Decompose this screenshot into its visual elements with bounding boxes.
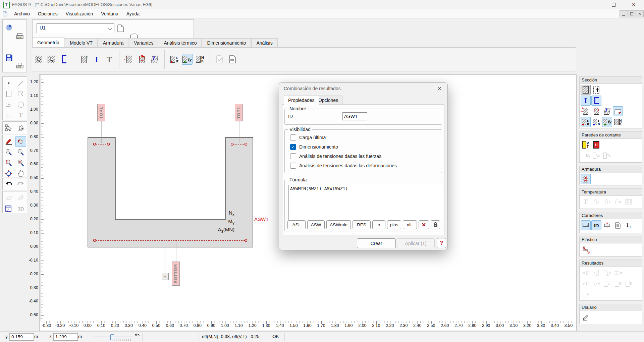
sidebar-load-point-icon[interactable]: ↓← <box>581 106 591 116</box>
section-centroid-icon[interactable]: + <box>137 54 147 65</box>
menu-visualizacion[interactable]: Visualización <box>62 9 97 18</box>
plane-section-icon[interactable] <box>15 192 26 203</box>
temp-section-icon[interactable]: T <box>581 197 591 207</box>
dimension-tool-icon[interactable] <box>3 110 14 121</box>
menu-opciones[interactable]: Opciones <box>34 9 62 18</box>
panel-seccion-header[interactable]: Sección <box>579 76 642 84</box>
shear-vz-icon[interactable]: Vz <box>591 151 601 161</box>
result-combination-tag[interactable]: ASW1 <box>254 216 269 222</box>
shear-wall-vt-icon[interactable]: VT <box>581 140 591 150</box>
undo-icon[interactable] <box>3 179 14 190</box>
checkbox-tensiones-deformaciones[interactable] <box>290 163 296 169</box>
project-3d-icon[interactable] <box>5 24 13 33</box>
user-pencil-icon[interactable] <box>581 312 591 322</box>
res-vt-icon[interactable]: VT <box>581 279 591 289</box>
menu-ayuda[interactable]: Ayuda <box>122 9 144 18</box>
tab-armadura[interactable]: Armadura <box>98 38 128 47</box>
y-coord-value[interactable]: 0.159 <box>9 333 34 341</box>
tab-analisis[interactable]: Análisis <box>251 38 277 47</box>
sidebar-strain-stress-icon[interactable]: εσ <box>581 117 591 127</box>
zoom-extents-icon[interactable] <box>3 168 14 179</box>
shear-wall-label-top2[interactable]: TOP2 <box>235 104 243 121</box>
nk-interaction-icon[interactable]: NK <box>195 54 205 65</box>
formula-input[interactable]: ASWMIN(SWZ1):ASW(SWZ1) <box>288 185 443 220</box>
res-delta1-icon[interactable]: δ <box>613 279 623 289</box>
report-icon[interactable] <box>227 54 238 65</box>
sidebar-nk-icon[interactable]: NK <box>613 117 623 127</box>
res-button[interactable]: RES <box>353 220 370 229</box>
panel-resultados-header[interactable]: Resultados <box>579 260 642 267</box>
line-tool-icon[interactable] <box>15 78 26 89</box>
crear-button[interactable]: Crear <box>357 238 396 248</box>
section-load-point-icon[interactable]: ↓← <box>124 54 135 65</box>
res-delta-curve-icon[interactable]: δ <box>602 268 612 278</box>
zoom-object-icon[interactable] <box>15 158 26 168</box>
o-button[interactable]: o <box>372 220 386 229</box>
print-page-icon[interactable] <box>15 62 24 71</box>
temp-sigma-icon[interactable]: σ <box>613 197 623 207</box>
validate-doc-icon[interactable] <box>214 54 225 65</box>
panel-usuario-header[interactable]: Usuario <box>579 304 642 311</box>
vertex-select-icon[interactable] <box>3 123 14 133</box>
zoom-in-icon[interactable]: + <box>3 147 14 158</box>
char-report-icon[interactable] <box>613 220 623 230</box>
section-partial-icon[interactable] <box>591 85 601 95</box>
zoom-window-icon[interactable] <box>3 158 14 168</box>
shear-wall-u-icon[interactable]: U <box>591 140 601 150</box>
option-tensiones-fuerzas[interactable]: Análisis de tensiones dadas las fuerzas <box>290 153 381 159</box>
section-dimension-icon[interactable]: ↕ <box>78 54 89 65</box>
skew-section-icon[interactable]: I <box>149 54 160 65</box>
elastic-s-icon[interactable]: S <box>581 244 591 254</box>
option-tensiones-deformaciones[interactable]: Análisis de tensiones dadas las deformac… <box>290 163 397 169</box>
polyline-tool-icon[interactable] <box>3 99 14 110</box>
plane-view-icon[interactable] <box>3 192 14 203</box>
edit-pencil-icon[interactable] <box>3 136 14 147</box>
shear-vy-icon[interactable]: Vy <box>581 151 591 161</box>
channel-section-icon[interactable] <box>59 54 69 65</box>
close-button[interactable]: ✕ <box>626 0 641 9</box>
z-coord-value[interactable]: 1.239 <box>53 333 78 341</box>
menu-ventana[interactable]: Ventana <box>97 9 122 18</box>
mdi-minimize-button[interactable]: ▁ <box>620 10 628 17</box>
ge-marker[interactable]: ≥ <box>162 273 169 280</box>
panel-temperatura-header[interactable]: Temperatura <box>579 188 642 196</box>
redo-icon[interactable] <box>15 179 26 190</box>
char-dimension-icon[interactable] <box>581 220 591 230</box>
res-area-icon[interactable]: A <box>602 279 612 289</box>
menu-archivo[interactable]: Archivo <box>10 9 34 18</box>
restore-button[interactable] <box>606 0 621 9</box>
shear-wall-label-top1[interactable]: TOP1 <box>97 104 105 121</box>
asw-button[interactable]: ASW <box>307 220 325 229</box>
sidebar-page-curl-icon[interactable] <box>613 106 623 116</box>
tab-variantes[interactable]: Variantes <box>129 38 158 47</box>
dialog-tab-propiedades[interactable]: Propiedades <box>284 96 319 105</box>
section-selector-combo[interactable]: U1 <box>37 23 114 33</box>
sidebar-centroid-icon[interactable] <box>591 106 601 116</box>
checkbox-dimensionamiento[interactable] <box>290 144 296 150</box>
res-delta3-icon[interactable]: δ <box>581 289 591 299</box>
sidebar-channel-icon[interactable] <box>591 96 601 106</box>
option-dimensionamiento[interactable]: Dimensionamiento <box>290 144 338 150</box>
alt-button[interactable]: alt. <box>403 220 417 229</box>
fill-bucket-icon[interactable] <box>15 136 26 147</box>
tab-modelo-vt[interactable]: Modelo VT <box>65 38 98 47</box>
temp-table-icon[interactable] <box>624 197 634 207</box>
select-contour-icon[interactable] <box>33 54 44 65</box>
point-tool-icon[interactable]: • <box>3 78 14 89</box>
rebar-icon[interactable] <box>581 174 591 184</box>
element-select-icon[interactable] <box>15 123 26 133</box>
temp-eps-icon[interactable]: ε <box>602 197 612 207</box>
shear-wall-label-bottom[interactable]: BOTTOM <box>172 262 180 286</box>
aplicar-button[interactable]: Aplicar (1) <box>397 238 435 248</box>
sidebar-strain-stress-blue-icon[interactable]: εσ <box>591 117 601 127</box>
minimize-button[interactable]: ─ <box>586 0 601 9</box>
res-delta2-icon[interactable]: δ <box>624 279 634 289</box>
t-section-icon[interactable]: T <box>104 54 115 65</box>
id-input[interactable] <box>342 112 367 120</box>
section-full-icon[interactable] <box>581 85 591 95</box>
formula-lock-icon[interactable] <box>431 220 440 229</box>
panel-paredes-header[interactable]: Paredes de cortante <box>579 131 642 139</box>
sidebar-skew-section-icon[interactable]: I <box>602 106 612 116</box>
text-tool-icon[interactable]: T <box>15 110 26 121</box>
print-icon[interactable] <box>15 33 24 41</box>
